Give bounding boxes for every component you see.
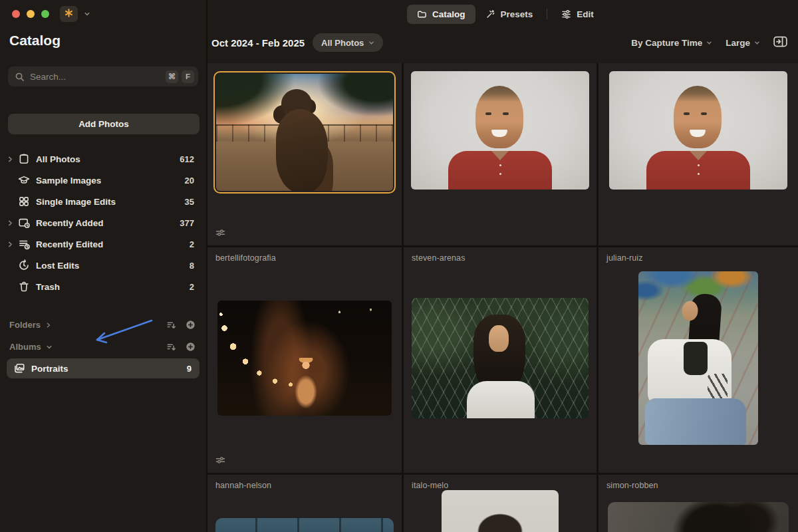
sidebar-item-recently-added[interactable]: Recently Added377	[0, 212, 206, 233]
panel-toggle-button[interactable]	[773, 36, 787, 49]
photo-frame	[638, 271, 758, 445]
sort-dropdown[interactable]: By Capture Time	[631, 38, 712, 48]
photo-caption: julian-ruiz	[598, 247, 798, 263]
photos-icon	[13, 362, 25, 374]
folder-icon	[417, 9, 427, 19]
sidebar-item-lost-edits[interactable]: Lost Edits8	[0, 255, 206, 276]
sidebar-item-trash[interactable]: Trash2	[0, 276, 206, 297]
sidebar-item-sample-images[interactable]: Sample Images20	[0, 170, 206, 191]
sidebar-item-recently-edited[interactable]: Recently Edited2	[0, 233, 206, 255]
tab-edit[interactable]: Edit	[551, 5, 604, 24]
chevron-right-icon	[7, 219, 17, 227]
sort-albums-icon[interactable]	[166, 342, 176, 352]
photo-caption: simon-robben	[598, 475, 798, 490]
grid4-icon	[18, 196, 30, 207]
size-dropdown[interactable]: Large	[726, 38, 760, 48]
sidebar-item-label: Sample Images	[36, 176, 185, 186]
photo-frame	[217, 301, 392, 416]
edited-indicator-icon	[215, 229, 225, 237]
photo-thumbnail-girl-string-lights[interactable]	[217, 301, 392, 416]
sidebar-library-list: All Photos612Sample Images20Single Image…	[0, 148, 206, 297]
sidebar-item-portraits[interactable]: Portraits 9	[7, 358, 200, 378]
graduation-cap-icon	[18, 174, 30, 186]
filter-label: All Photos	[321, 38, 364, 48]
image-badge-icon	[18, 217, 30, 229]
sidebar-item-single-image-edits[interactable]: Single Image Edits35	[0, 191, 206, 212]
sidebar-item-label: Trash	[36, 282, 190, 292]
sidebar-section-albums[interactable]: Albums	[0, 336, 206, 358]
search-input[interactable]: Search... ⌘ F	[8, 66, 198, 86]
history-icon	[18, 259, 30, 271]
shortcut-command-key: ⌘	[166, 70, 178, 83]
photo-cell[interactable]	[598, 63, 798, 245]
filter-dropdown[interactable]: All Photos	[313, 33, 383, 52]
zoom-window-button[interactable]	[41, 10, 49, 18]
photo-thumbnail-red-polo-man-a[interactable]	[411, 71, 589, 190]
photo-thumbnail-woman-fence[interactable]	[412, 298, 589, 418]
sidebar-item-count: 2	[190, 239, 194, 249]
sidebar-item-count: 20	[185, 176, 194, 186]
sort-label: By Capture Time	[631, 38, 702, 48]
photo-cell[interactable]: italo-melo	[404, 475, 597, 532]
add-folder-button[interactable]	[186, 320, 196, 330]
sidebar-item-label: Recently Added	[36, 218, 180, 228]
trash-icon	[18, 281, 30, 293]
sidebar-item-count: 8	[190, 261, 194, 271]
photo-thumbnail-red-polo-man-b[interactable]	[609, 71, 787, 190]
sidebar-item-label: All Photos	[36, 154, 180, 164]
edited-indicator-icon	[215, 456, 225, 464]
chevron-down-icon	[754, 40, 760, 46]
sidebar-title: Catalog	[9, 32, 206, 49]
add-photos-button[interactable]: Add Photos	[8, 114, 200, 134]
photo-caption: hannah-nelson	[207, 475, 402, 490]
photo-frame	[442, 490, 559, 532]
sidebar-section-folders[interactable]: Folders	[0, 314, 206, 336]
photo-print-icon	[18, 153, 30, 165]
sidebar-item-count: 612	[180, 154, 194, 164]
photo-thumbnail-partial-couch[interactable]	[215, 518, 394, 532]
photo-cell[interactable]: bertellifotografia	[207, 247, 402, 473]
photo-cell[interactable]: hannah-nelson	[207, 475, 402, 532]
sort-folders-icon[interactable]	[166, 320, 176, 330]
photo-thumbnail-partial-portrait-light[interactable]	[442, 490, 559, 532]
album-label: Portraits	[31, 364, 187, 374]
photo-frame	[608, 490, 789, 532]
photo-cell[interactable]: julian-ruiz	[598, 247, 798, 473]
close-window-button[interactable]	[12, 10, 20, 18]
minimize-window-button[interactable]	[27, 10, 35, 18]
photo-cell[interactable]: steven-arenas	[404, 247, 597, 473]
photo-cell[interactable]	[207, 63, 402, 245]
sidebar-item-label: Recently Edited	[36, 239, 190, 249]
sidebar: Catalog Search... ⌘ F Add Photos All Pho…	[0, 0, 207, 532]
photo-cell[interactable]: simon-robben	[598, 475, 798, 532]
panel-right-icon	[773, 36, 787, 49]
app-logo-button[interactable]	[60, 6, 78, 22]
photo-thumbnail-partial-portrait-dark[interactable]	[608, 502, 789, 532]
photo-thumbnail-sunset-woman[interactable]	[216, 74, 393, 191]
add-album-button[interactable]	[186, 342, 196, 352]
list-badge-icon	[18, 238, 30, 250]
photo-thumbnail-woman-graffiti[interactable]	[638, 271, 758, 445]
sliders3-icon	[561, 9, 571, 19]
tab-catalog[interactable]: Catalog	[407, 5, 475, 24]
date-range-label: Oct 2024 - Feb 2025	[211, 37, 305, 49]
sidebar-item-label: Single Image Edits	[36, 197, 185, 207]
photo-frame	[411, 71, 589, 190]
albums-label: Albums	[9, 342, 41, 352]
photo-frame	[215, 490, 394, 532]
album-count: 9	[187, 364, 192, 374]
catalog-toolbar: Oct 2024 - Feb 2025 All Photos By Captur…	[207, 29, 798, 56]
wand-icon	[485, 9, 495, 19]
tab-separator	[547, 9, 547, 19]
photo-caption: italo-melo	[404, 475, 597, 490]
chevron-down-icon	[706, 40, 712, 46]
sidebar-item-all-photos[interactable]: All Photos612	[0, 148, 206, 170]
photo-caption: steven-arenas	[404, 247, 597, 263]
tab-presets[interactable]: Presets	[475, 5, 543, 24]
chevron-down-icon[interactable]	[84, 11, 90, 17]
sidebar-item-count: 35	[185, 197, 194, 207]
sidebar-item-label: Lost Edits	[36, 261, 190, 271]
photo-cell[interactable]	[404, 63, 597, 245]
sidebar-item-count: 377	[180, 218, 194, 228]
chevron-right-icon	[45, 322, 52, 329]
